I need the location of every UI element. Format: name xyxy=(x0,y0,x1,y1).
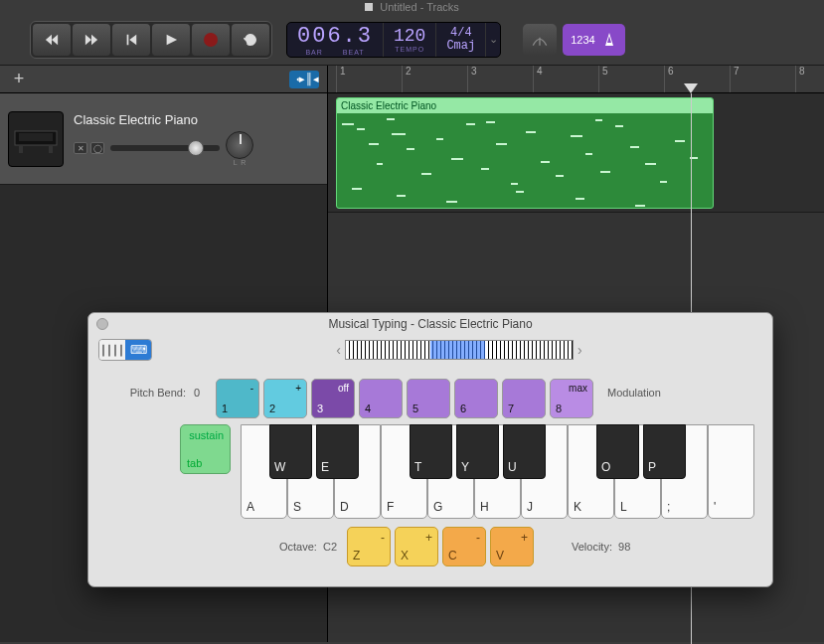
octave-label: Octave: xyxy=(279,541,317,553)
black-key-E[interactable]: E xyxy=(316,424,359,479)
modulation-key-7[interactable]: 7 xyxy=(502,379,546,418)
black-key-W[interactable]: W xyxy=(269,424,312,479)
tempo-display[interactable]: 120 xyxy=(394,26,425,46)
piano-view-button[interactable]: ∣∣∣∣ xyxy=(99,340,125,360)
velocity-value: 98 xyxy=(618,541,630,553)
lcd-display: 006.3 BAR BEAT 120 TEMPO 4/4 Cmaj ⌄ xyxy=(286,22,501,58)
time-sig-display[interactable]: 4/4 xyxy=(450,27,472,40)
velocity-label: Velocity: xyxy=(572,541,612,553)
play-button[interactable] xyxy=(152,24,190,56)
volume-thumb[interactable] xyxy=(188,140,204,156)
mini-keyboard[interactable] xyxy=(345,340,574,360)
midi-region[interactable]: Classic Electric Piano xyxy=(336,97,714,209)
octave-key-Z[interactable]: -Z xyxy=(347,527,391,566)
ruler-tick: 7 xyxy=(730,66,740,92)
modulation-key-3[interactable]: off3 xyxy=(311,379,355,418)
range-left-button[interactable]: ‹ xyxy=(336,342,341,358)
volume-slider[interactable] xyxy=(110,145,220,151)
ruler-tick: 8 xyxy=(795,66,805,92)
forward-button[interactable] xyxy=(73,24,110,56)
track-lane[interactable]: Classic Electric Piano xyxy=(328,93,824,213)
octave-value: C2 xyxy=(323,541,337,553)
record-icon xyxy=(204,33,218,47)
add-track-button[interactable]: + xyxy=(8,71,30,88)
catch-playhead-button[interactable]: ▸║◂ xyxy=(289,71,319,88)
tuner-button[interactable] xyxy=(523,24,557,56)
octave-key-V[interactable]: +V xyxy=(490,527,534,566)
mute-button[interactable]: ✕ xyxy=(74,142,87,154)
modulation-key-5[interactable]: 5 xyxy=(407,379,450,418)
black-key-T[interactable]: T xyxy=(410,424,452,479)
region-notes xyxy=(337,113,713,213)
typing-keyboard: ASDFGHJKL;'WETYUOP xyxy=(241,424,754,519)
modulation-key-4[interactable]: 4 xyxy=(359,379,403,418)
count-in-label: 1234 xyxy=(571,34,594,46)
solo-button[interactable]: ◯ xyxy=(90,142,104,154)
view-toggle: ∣∣∣∣ ⌨ xyxy=(98,339,152,361)
pitch-bend-label: Pitch Bend: xyxy=(106,379,186,399)
timeline-ruler[interactable]: 12345678 xyxy=(328,66,824,93)
black-key-U[interactable]: U xyxy=(503,424,546,479)
window-title-bar: Untitled - Tracks xyxy=(0,0,824,14)
count-in-button[interactable]: 1234 xyxy=(563,24,624,56)
playhead-marker[interactable] xyxy=(684,83,698,93)
modulation-key-1[interactable]: -1 xyxy=(216,379,259,418)
ruler-tick: 2 xyxy=(402,66,412,92)
ruler-tick: 1 xyxy=(336,66,346,92)
position-display[interactable]: 006.3 xyxy=(297,24,373,49)
white-key-'[interactable]: ' xyxy=(708,424,754,519)
doc-icon xyxy=(365,3,373,11)
range-right-button[interactable]: › xyxy=(577,342,582,358)
cycle-button[interactable] xyxy=(232,24,269,56)
window-title: Untitled - Tracks xyxy=(380,1,458,13)
typing-view-button[interactable]: ⌨ xyxy=(125,340,151,360)
ruler-tick: 5 xyxy=(598,66,608,92)
rewind-button[interactable] xyxy=(33,24,71,56)
close-button[interactable] xyxy=(96,318,108,330)
metronome-icon xyxy=(601,32,617,48)
mt-title: Musical Typing - Classic Electric Piano xyxy=(88,317,772,331)
track-name: Classic Electric Piano xyxy=(74,112,319,127)
modulation-key-2[interactable]: +2 xyxy=(263,379,307,418)
go-to-start-button[interactable] xyxy=(112,24,150,56)
octave-key-X[interactable]: +X xyxy=(395,527,438,566)
lcd-menu-caret[interactable]: ⌄ xyxy=(486,23,500,57)
black-key-Y[interactable]: Y xyxy=(456,424,499,479)
modulation-key-6[interactable]: 6 xyxy=(454,379,498,418)
visible-range[interactable] xyxy=(430,341,485,359)
modulation-label: Modulation xyxy=(607,379,661,399)
key-display[interactable]: Cmaj xyxy=(446,40,475,53)
transport-controls xyxy=(30,21,272,59)
record-button[interactable] xyxy=(192,24,230,56)
musical-typing-window[interactable]: Musical Typing - Classic Electric Piano … xyxy=(87,312,773,587)
black-key-P[interactable]: P xyxy=(643,424,686,479)
region-name: Classic Electric Piano xyxy=(337,98,713,113)
toolbar: 006.3 BAR BEAT 120 TEMPO 4/4 Cmaj ⌄ 1234 xyxy=(0,14,824,66)
pan-knob[interactable] xyxy=(226,131,253,159)
modulation-key-8[interactable]: max8 xyxy=(550,379,593,418)
ruler-tick: 4 xyxy=(533,66,543,92)
svg-rect-2 xyxy=(19,145,23,153)
svg-rect-3 xyxy=(49,145,53,153)
pitch-bend-value: 0 xyxy=(194,379,208,399)
sustain-key[interactable]: sustain tab xyxy=(180,424,231,474)
black-key-O[interactable]: O xyxy=(596,424,639,479)
instrument-icon[interactable] xyxy=(8,111,64,167)
ruler-tick: 3 xyxy=(467,66,477,92)
ruler-tick: 6 xyxy=(664,66,674,92)
octave-key-C[interactable]: -C xyxy=(442,527,486,566)
svg-rect-1 xyxy=(19,133,53,141)
track-header[interactable]: Classic Electric Piano ✕ ◯ L R xyxy=(0,93,327,185)
